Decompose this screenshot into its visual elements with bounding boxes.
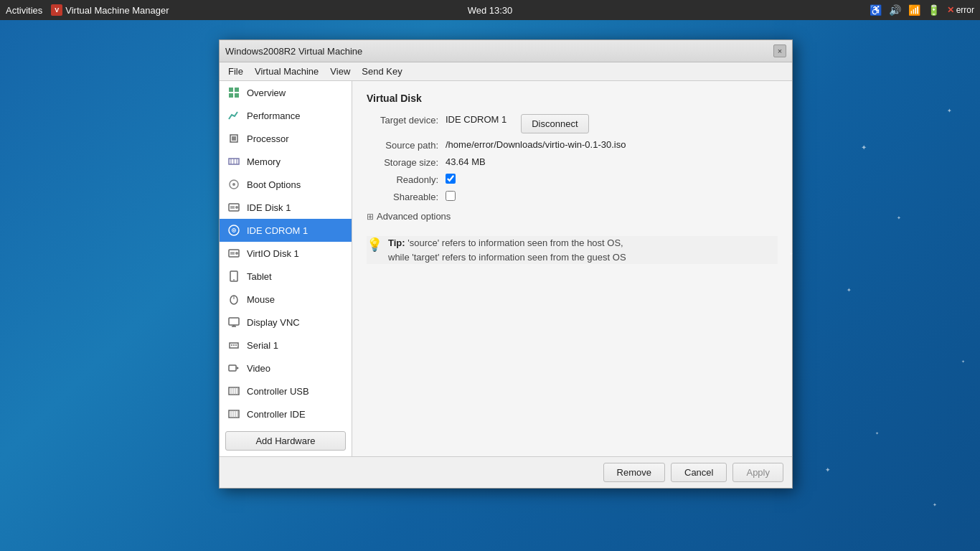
target-device-row: Target device: IDE CDROM 1 Disconnect: [367, 114, 778, 133]
remove-button[interactable]: Remove: [603, 463, 665, 482]
disconnect-button[interactable]: Disconnect: [521, 114, 588, 133]
video-icon: [227, 361, 241, 375]
cancel-button[interactable]: Cancel: [671, 463, 727, 482]
sidebar-item-processor[interactable]: Processor: [220, 127, 352, 150]
target-device-label: Target device:: [367, 114, 446, 126]
svg-point-20: [235, 252, 238, 255]
shareable-label: Shareable:: [367, 191, 446, 202]
sidebar-item-performance[interactable]: Performance: [220, 104, 352, 127]
svg-point-11: [232, 183, 235, 186]
error-x-icon: ✕: [947, 5, 954, 15]
svg-point-14: [235, 206, 238, 209]
svg-point-31: [235, 344, 237, 346]
controller-ide-icon: [227, 407, 241, 421]
menu-send-key[interactable]: Send Key: [356, 64, 407, 79]
topbar: Activities V Virtual Machine Manager Wed…: [0, 0, 980, 20]
close-button[interactable]: ×: [773, 44, 786, 57]
sidebar-item-video[interactable]: Video: [220, 357, 352, 380]
menu-virtual-machine[interactable]: Virtual Machine: [249, 64, 324, 79]
sidebar-item-tablet[interactable]: Tablet: [220, 265, 352, 288]
advanced-options-toggle[interactable]: ⊞ Advanced options: [367, 211, 778, 222]
source-path-row: Source path: /home/error/Downloads/virti…: [367, 139, 778, 151]
svg-rect-0: [229, 88, 233, 92]
source-path-value: /home/error/Downloads/virtio-win-0.1-30.…: [446, 139, 626, 150]
virtio-disk-1-icon: [227, 246, 241, 260]
svg-rect-5: [232, 136, 236, 141]
svg-rect-3: [235, 93, 239, 98]
sidebar-label-virtio-disk-1: VirtIO Disk 1: [247, 248, 299, 259]
readonly-label: Readonly:: [367, 174, 446, 185]
readonly-checkbox-area: [446, 174, 456, 184]
vm-icon: V: [51, 4, 62, 16]
dialog-footer: Remove Cancel Apply: [220, 456, 792, 488]
shareable-checkbox[interactable]: [446, 191, 456, 201]
decoration-star-4: ✦: [875, 430, 879, 435]
sidebar-label-ide-disk-1: IDE Disk 1: [247, 202, 291, 213]
sidebar-label-serial-1: Serial 1: [247, 340, 278, 351]
app-name: V Virtual Machine Manager: [51, 4, 169, 16]
menubar: File Virtual Machine View Send Key: [220, 62, 792, 81]
svg-rect-19: [230, 252, 235, 255]
source-path-label: Source path:: [367, 139, 446, 151]
network-icon[interactable]: 📶: [908, 4, 920, 16]
decoration-star-7: ✦: [961, 359, 965, 364]
expand-icon: ⊞: [367, 212, 374, 222]
tablet-icon: [227, 269, 241, 283]
sidebar-item-controller-usb[interactable]: Controller USB: [220, 380, 352, 402]
sidebar-item-ide-disk-1[interactable]: IDE Disk 1: [220, 196, 352, 219]
sidebar-item-display-vnc[interactable]: Display VNC: [220, 311, 352, 334]
sidebar-label-video: Video: [247, 363, 270, 374]
sidebar-label-ide-cdrom-1: IDE CDROM 1: [247, 225, 308, 236]
sidebar-item-memory[interactable]: Memory: [220, 150, 352, 173]
sidebar-label-mouse: Mouse: [247, 294, 275, 305]
decoration-star-8: ✦: [947, 108, 952, 114]
ide-cdrom-1-icon: [227, 223, 241, 237]
menu-view[interactable]: View: [324, 64, 356, 79]
add-hardware-button[interactable]: Add Hardware: [225, 431, 346, 451]
svg-rect-32: [229, 365, 236, 371]
readonly-checkbox[interactable]: [446, 174, 456, 184]
storage-size-label: Storage size:: [367, 156, 446, 168]
apply-button[interactable]: Apply: [732, 463, 783, 482]
main-panel: Virtual Disk Target device: IDE CDROM 1 …: [352, 81, 792, 456]
svg-point-29: [231, 344, 232, 346]
decoration-star-5: ✦: [825, 466, 831, 474]
shareable-row: Shareable:: [367, 191, 778, 202]
dialog-titlebar: Windows2008R2 Virtual Machine ×: [220, 40, 792, 62]
dialog-content: Overview Performance Processor: [220, 81, 792, 456]
sidebar-label-processor: Processor: [247, 133, 289, 144]
sidebar-item-overview[interactable]: Overview: [220, 81, 352, 104]
sidebar-item-boot-options[interactable]: Boot Options: [220, 173, 352, 196]
svg-rect-25: [229, 318, 239, 325]
sidebar-item-controller-ide[interactable]: Controller IDE: [220, 402, 352, 425]
target-device-value: IDE CDROM 1: [446, 114, 507, 125]
activities-button[interactable]: Activities: [6, 5, 42, 16]
advanced-options-label: Advanced options: [377, 211, 451, 222]
display-vnc-icon: [227, 315, 241, 329]
decoration-star-3: ✦: [847, 287, 852, 293]
menu-file[interactable]: File: [222, 64, 249, 79]
tip-content: 'source' refers to information seen from…: [388, 237, 626, 263]
volume-icon[interactable]: 🔊: [889, 4, 901, 16]
sidebar-item-mouse[interactable]: Mouse: [220, 288, 352, 311]
error-indicator[interactable]: ✕ error: [947, 5, 974, 15]
performance-icon: [227, 108, 241, 123]
sidebar-item-virtio-disk-1[interactable]: VirtIO Disk 1: [220, 242, 352, 265]
svg-point-17: [233, 230, 235, 231]
sidebar-item-ide-cdrom-1[interactable]: IDE CDROM 1: [220, 219, 352, 242]
svg-marker-33: [237, 367, 239, 369]
shareable-checkbox-area: [446, 191, 456, 201]
panel-title: Virtual Disk: [367, 93, 778, 104]
battery-icon[interactable]: 🔋: [928, 4, 940, 16]
boot-options-icon: [227, 177, 241, 192]
svg-rect-2: [229, 93, 233, 98]
svg-rect-13: [230, 206, 235, 209]
memory-icon: [227, 154, 241, 169]
decoration-star-9: ✦: [789, 251, 793, 256]
overview-icon: [227, 85, 241, 100]
tip-bulb-icon: 💡: [367, 237, 382, 253]
sidebar-label-boot-options: Boot Options: [247, 179, 301, 190]
sidebar-item-serial-1[interactable]: Serial 1: [220, 334, 352, 357]
sidebar-label-controller-ide: Controller IDE: [247, 409, 306, 420]
accessibility-icon[interactable]: ♿: [870, 4, 882, 16]
